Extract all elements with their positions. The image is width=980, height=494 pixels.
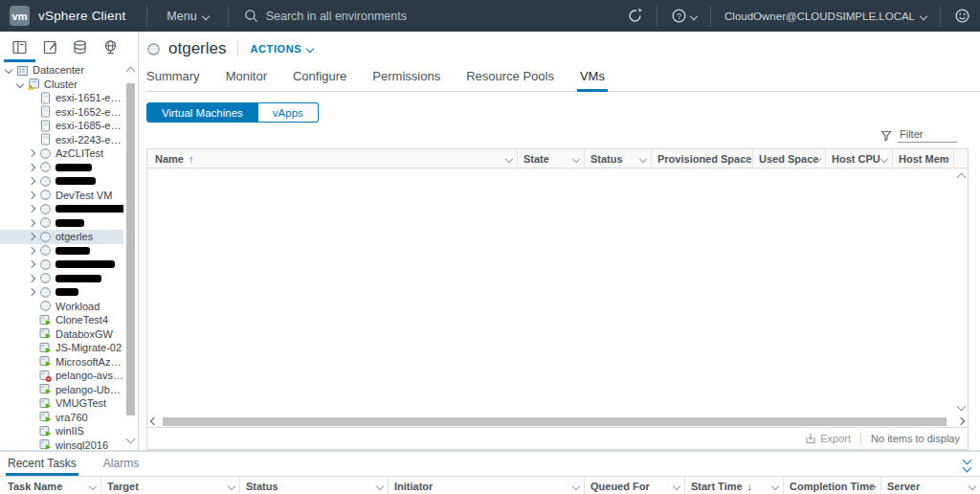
tree-item-pelango-avscs-v-[interactable]: pelango-avscs-v... bbox=[0, 369, 123, 383]
tree-item-esxi-1652-eastus-[interactable]: esxi-1652-eastus... bbox=[0, 105, 123, 120]
tree-item-redacted[interactable] bbox=[0, 161, 123, 175]
column-menu-caret[interactable] bbox=[376, 483, 384, 490]
chevron-right-icon[interactable] bbox=[28, 164, 35, 171]
column-header-name[interactable]: Name↑ bbox=[147, 149, 517, 168]
tab-monitor[interactable]: Monitor bbox=[226, 69, 267, 91]
tree-item-winsql2016[interactable]: winsql2016 bbox=[0, 438, 123, 451]
tree-item-otgerles[interactable]: otgerles bbox=[0, 230, 123, 244]
column-header-state[interactable]: State bbox=[517, 149, 584, 168]
export-button[interactable]: Export bbox=[805, 433, 851, 444]
tree-item-cluster[interactable]: Cluster bbox=[0, 78, 123, 92]
column-header-start-time[interactable]: Start Time↓ bbox=[684, 477, 783, 494]
global-search-input[interactable]: Search in all environments bbox=[229, 0, 422, 32]
column-header-used-space[interactable]: Used Space bbox=[752, 149, 825, 168]
vmware-logo[interactable]: vm bbox=[10, 6, 30, 26]
actions-button[interactable]: ACTIONS bbox=[250, 43, 313, 55]
column-header-task-name[interactable]: Task Name bbox=[0, 477, 100, 494]
tree-item-js-migrate-02[interactable]: JS-Migrate-02 bbox=[0, 341, 123, 355]
tree-item-datacenter[interactable]: Datacenter bbox=[0, 63, 123, 78]
chevron-down-icon[interactable] bbox=[5, 66, 12, 74]
help-menu-button[interactable]: ? bbox=[657, 0, 710, 32]
vms-and-templates-icon[interactable] bbox=[38, 37, 62, 57]
tree-item-redacted[interactable] bbox=[0, 202, 123, 216]
chevron-right-icon[interactable] bbox=[28, 275, 35, 282]
scrollbar-track[interactable] bbox=[161, 417, 954, 426]
scrollbar-thumb[interactable] bbox=[163, 417, 947, 426]
tab-permissions[interactable]: Permissions bbox=[372, 69, 440, 91]
column-header-host-cpu[interactable]: Host CPU bbox=[825, 149, 892, 168]
column-menu-caret[interactable] bbox=[505, 155, 513, 163]
chevron-right-icon[interactable] bbox=[28, 219, 35, 227]
chevron-right-icon[interactable] bbox=[28, 149, 35, 157]
hosts-and-clusters-icon[interactable] bbox=[8, 37, 32, 57]
column-header-completion-time[interactable]: Completion Time bbox=[783, 477, 880, 494]
column-menu-caret[interactable] bbox=[969, 483, 976, 490]
collapse-panel-button[interactable] bbox=[964, 457, 970, 471]
subtab-virtual-machines[interactable]: Virtual Machines bbox=[146, 102, 258, 123]
chevron-right-icon[interactable] bbox=[28, 260, 35, 268]
column-menu-caret[interactable] bbox=[89, 483, 97, 490]
tree-item-workload[interactable]: Workload bbox=[0, 300, 123, 314]
tree-item-clonetest4[interactable]: CloneTest4 bbox=[0, 313, 123, 327]
column-menu-caret[interactable] bbox=[880, 155, 888, 163]
scroll-up-icon[interactable] bbox=[126, 67, 136, 77]
feedback-button[interactable] bbox=[941, 0, 980, 32]
tree-item-esxi-1651-eastus-[interactable]: esxi-1651-eastus... bbox=[0, 91, 123, 105]
tree-item-devtest-vm[interactable]: DevTest VM bbox=[0, 189, 123, 203]
tab-summary[interactable]: Summary bbox=[146, 69, 200, 91]
tab-alarms[interactable]: Alarms bbox=[103, 457, 139, 476]
column-menu-caret[interactable] bbox=[572, 155, 580, 163]
tree-item-esxi-2243-eastu-[interactable]: esxi-2243-eastu... bbox=[0, 133, 123, 147]
refresh-button[interactable] bbox=[613, 0, 657, 32]
tree-item-vmugtest[interactable]: VMUGTest bbox=[0, 396, 123, 411]
menu-button[interactable]: Menu bbox=[147, 0, 227, 32]
chevron-right-icon[interactable] bbox=[28, 177, 35, 185]
tab-resource-pools[interactable]: Resource Pools bbox=[466, 69, 554, 91]
column-header-initiator[interactable]: Initiator bbox=[388, 477, 584, 494]
tree-item-winiis[interactable]: winIIS bbox=[0, 424, 123, 438]
tree-item-vra760[interactable]: vra760 bbox=[0, 411, 123, 425]
column-menu-caret[interactable] bbox=[572, 483, 580, 490]
scrollbar-thumb[interactable] bbox=[126, 83, 135, 415]
vertical-scrollbar[interactable] bbox=[954, 168, 968, 415]
column-header-target[interactable]: Target bbox=[100, 477, 239, 494]
tab-recent-tasks[interactable]: Recent Tasks bbox=[8, 457, 77, 476]
column-header-host-mem[interactable]: Host Mem bbox=[892, 149, 953, 168]
chevron-right-icon[interactable] bbox=[28, 247, 35, 255]
tree-item-redacted[interactable] bbox=[0, 285, 123, 300]
chevron-down-icon[interactable] bbox=[16, 80, 24, 88]
tree-item-redacted[interactable] bbox=[0, 174, 123, 189]
tab-configure[interactable]: Configure bbox=[293, 69, 346, 91]
tree-item-redacted[interactable] bbox=[0, 272, 123, 286]
tree-item-databoxgw[interactable]: DataboxGW bbox=[0, 327, 123, 342]
user-menu-button[interactable]: CloudOwner@CLOUDSIMPLE.LOCAL bbox=[711, 0, 940, 32]
tree-item-redacted[interactable] bbox=[0, 216, 123, 231]
chevron-right-icon[interactable] bbox=[28, 233, 35, 240]
scroll-left-icon[interactable] bbox=[150, 417, 158, 425]
scroll-down-icon[interactable] bbox=[126, 435, 136, 444]
column-header-queued-for[interactable]: Queued For bbox=[584, 477, 684, 494]
tree-item-azclitest[interactable]: AzCLITest bbox=[0, 146, 123, 161]
horizontal-scrollbar[interactable] bbox=[147, 415, 968, 427]
tree-item-redacted[interactable] bbox=[0, 244, 123, 258]
storage-icon[interactable] bbox=[68, 37, 92, 57]
column-header-provisioned-space[interactable]: Provisioned Space bbox=[651, 149, 752, 168]
tree-item-microsoftazure-[interactable]: MicrosoftAzure... bbox=[0, 355, 123, 370]
tree-item-esxi-1685-eastus-[interactable]: esxi-1685-eastus... bbox=[0, 119, 123, 133]
column-menu-caret[interactable] bbox=[673, 483, 680, 490]
scroll-right-icon[interactable] bbox=[957, 417, 965, 425]
tab-vms[interactable]: VMs bbox=[580, 69, 605, 91]
chevron-right-icon[interactable] bbox=[28, 288, 35, 296]
chevron-right-icon[interactable] bbox=[28, 191, 35, 199]
column-menu-caret[interactable] bbox=[639, 155, 647, 163]
tree-item-pelango-ubuntu-[interactable]: pelango-Ubuntu... bbox=[0, 383, 123, 397]
scroll-up-icon[interactable] bbox=[956, 173, 966, 183]
column-header-server[interactable]: Server bbox=[880, 477, 980, 494]
chevron-right-icon[interactable] bbox=[28, 205, 35, 213]
column-menu-caret[interactable] bbox=[771, 483, 779, 490]
column-header-status[interactable]: Status bbox=[584, 149, 651, 168]
scroll-down-icon[interactable] bbox=[956, 402, 966, 412]
networking-icon[interactable] bbox=[99, 37, 122, 57]
filter-input[interactable]: Filter bbox=[898, 128, 957, 143]
column-header-status[interactable]: Status bbox=[239, 477, 388, 494]
